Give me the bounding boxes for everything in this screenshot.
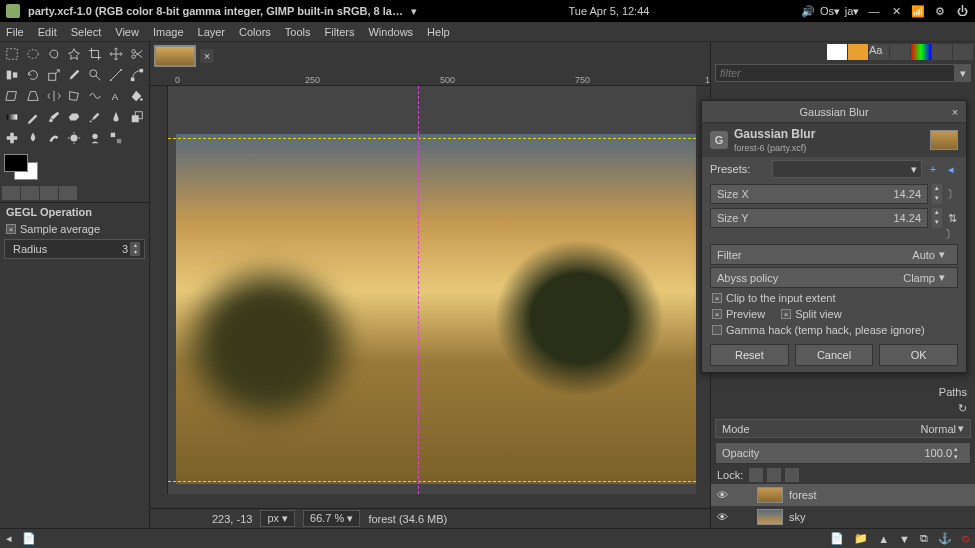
tool-text[interactable]: A — [106, 86, 126, 106]
volume-icon[interactable]: 🔊 — [801, 4, 815, 18]
presets-dropdown[interactable]: ▾ — [772, 160, 922, 178]
abyss-row[interactable]: Abyss policy Clamp ▾ — [710, 267, 958, 288]
tool-color-picker[interactable] — [65, 65, 85, 85]
filter-input[interactable] — [715, 64, 955, 82]
lock-pixels-icon[interactable] — [749, 468, 763, 482]
close-icon[interactable]: ✕ — [889, 4, 903, 18]
menu-select[interactable]: Select — [71, 26, 102, 38]
layer-name[interactable]: sky — [789, 511, 806, 523]
sizex-spinner[interactable]: ▴▾ — [932, 184, 942, 204]
menu-windows[interactable]: Windows — [368, 26, 413, 38]
sizey-slider[interactable]: Size Y 14.24 — [710, 208, 928, 228]
dock-tab-2[interactable] — [848, 44, 868, 60]
tool-smudge[interactable] — [44, 128, 64, 148]
reload-icon[interactable]: ↻ — [958, 402, 967, 415]
guide-horizontal[interactable] — [168, 138, 696, 139]
tool-cage[interactable] — [65, 86, 85, 106]
dock-tab-4[interactable] — [890, 44, 910, 60]
status-zoom-dropdown[interactable]: 66.7 % ▾ — [303, 510, 360, 527]
menu-filters[interactable]: Filters — [325, 26, 355, 38]
layer-row[interactable]: 👁 sky — [711, 506, 975, 528]
menu-help[interactable]: Help — [427, 26, 450, 38]
reset-button[interactable]: Reset — [710, 344, 789, 366]
guide-horizontal[interactable] — [168, 481, 696, 482]
os-indicator[interactable]: Os▾ — [823, 4, 837, 18]
preset-menu-icon[interactable]: ◂ — [944, 162, 958, 176]
sizey-spinner[interactable]: ▴▾ — [932, 208, 942, 228]
tool-perspective[interactable] — [23, 86, 43, 106]
minimize-icon[interactable]: — — [867, 4, 881, 18]
layer-mode-row[interactable]: Mode Normal ▾ — [715, 419, 971, 438]
tool-ink[interactable] — [106, 107, 126, 127]
dock-tab-3[interactable]: Aa — [869, 44, 889, 60]
menu-tools[interactable]: Tools — [285, 26, 311, 38]
tool-ellipse-select[interactable] — [23, 44, 43, 64]
menu-layer[interactable]: Layer — [198, 26, 226, 38]
clip-checkbox[interactable]: × Clip to the input extent — [702, 290, 966, 306]
filter-dropdown-icon[interactable]: ▾ — [955, 64, 971, 82]
tab-images[interactable] — [40, 186, 58, 200]
tool-warp[interactable] — [85, 86, 105, 106]
tool-measure[interactable] — [106, 65, 126, 85]
dock-tab-6[interactable] — [932, 44, 952, 60]
preview-checkbox[interactable]: × Preview — [712, 306, 765, 322]
tool-foreground-select[interactable] — [85, 128, 105, 148]
split-view-checkbox[interactable]: × Split view — [781, 306, 841, 322]
anchor-layer-icon[interactable]: ⚓ — [938, 532, 952, 545]
tool-free-select[interactable] — [44, 44, 64, 64]
filter-row[interactable]: Filter Auto ▾ — [710, 244, 958, 265]
tab-undo[interactable] — [59, 186, 77, 200]
tool-path[interactable] — [127, 65, 147, 85]
status-unit-dropdown[interactable]: px ▾ — [260, 510, 295, 527]
link-icon[interactable]: ⇅ — [946, 208, 958, 228]
dialog-titlebar[interactable]: Gaussian Blur × — [702, 101, 966, 123]
tab-tool-options[interactable] — [2, 186, 20, 200]
dock-tab-7[interactable] — [953, 44, 973, 60]
ruler-horizontal[interactable]: 0 250 500 750 1000 — [150, 70, 710, 86]
tool-shear[interactable] — [2, 86, 22, 106]
new-doc-icon[interactable]: 📄 — [22, 532, 36, 545]
settings-icon[interactable]: ⚙ — [933, 4, 947, 18]
preset-add-icon[interactable]: + — [926, 162, 940, 176]
eye-icon[interactable]: 👁 — [717, 489, 731, 501]
title-dropdown-icon[interactable]: ▾ — [411, 5, 417, 18]
canvas[interactable] — [168, 86, 696, 494]
tool-clone[interactable] — [127, 107, 147, 127]
tool-pencil[interactable] — [23, 107, 43, 127]
eye-icon[interactable]: 👁 — [717, 511, 731, 523]
new-layer-icon[interactable]: 📄 — [830, 532, 844, 545]
color-swatch[interactable] — [0, 150, 149, 184]
scrollbar-horizontal[interactable] — [150, 494, 710, 508]
radius-spinner[interactable]: ▴▾ — [130, 242, 140, 256]
tool-eraser[interactable] — [65, 107, 85, 127]
menu-image[interactable]: Image — [153, 26, 184, 38]
tool-heal[interactable] — [2, 128, 22, 148]
menu-edit[interactable]: Edit — [38, 26, 57, 38]
tool-scissors[interactable] — [127, 44, 147, 64]
opacity-row[interactable]: Opacity 100.0 ▴▾ — [715, 442, 971, 464]
sizex-slider[interactable]: Size X 14.24 — [710, 184, 928, 204]
ruler-vertical[interactable] — [150, 86, 168, 494]
tool-bucket[interactable] — [127, 86, 147, 106]
input-lang-icon[interactable]: ja▾ — [845, 4, 859, 18]
lock-alpha-icon[interactable] — [785, 468, 799, 482]
tool-fuzzy-select[interactable] — [65, 44, 85, 64]
cancel-button[interactable]: Cancel — [795, 344, 874, 366]
wifi-icon[interactable]: 📶 — [911, 4, 925, 18]
menu-file[interactable]: File — [6, 26, 24, 38]
layer-group-icon[interactable]: 📁 — [854, 532, 868, 545]
gamma-hack-checkbox[interactable]: Gamma hack (temp hack, please ignore) — [702, 322, 966, 338]
radius-field[interactable]: Radius 3 ▴▾ — [4, 239, 145, 259]
guide-vertical[interactable] — [418, 86, 419, 494]
tool-by-color-select[interactable] — [106, 128, 126, 148]
tool-scale[interactable] — [44, 65, 64, 85]
fg-color-swatch[interactable] — [4, 154, 28, 172]
tool-paintbrush[interactable] — [44, 107, 64, 127]
tool-airbrush[interactable] — [85, 107, 105, 127]
sample-average-checkbox[interactable]: × Sample average — [0, 221, 149, 237]
layer-down-icon[interactable]: ▼ — [899, 533, 910, 545]
dialog-close-icon[interactable]: × — [948, 105, 962, 119]
opacity-spinner[interactable]: ▴▾ — [954, 445, 964, 461]
delete-layer-icon[interactable]: ⦸ — [962, 532, 969, 545]
menu-view[interactable]: View — [115, 26, 139, 38]
